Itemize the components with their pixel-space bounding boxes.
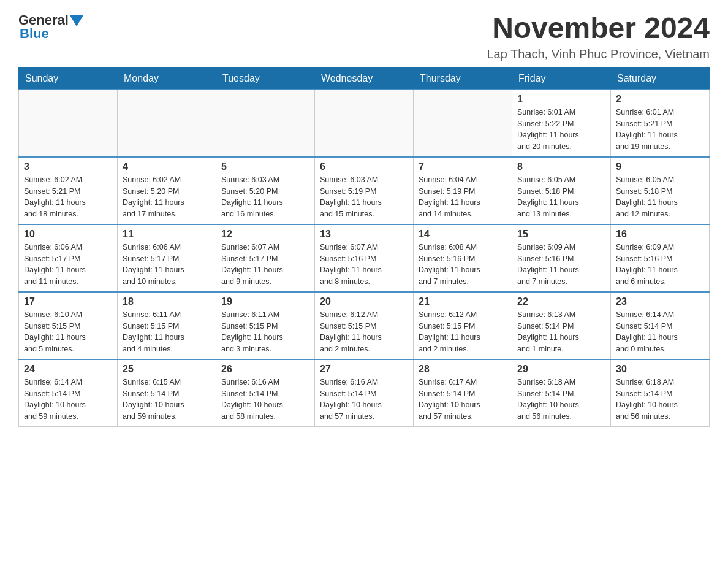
col-header-sunday: Sunday [19, 67, 118, 90]
calendar-cell: 6Sunrise: 6:03 AMSunset: 5:19 PMDaylight… [315, 157, 414, 224]
day-info: Sunrise: 6:18 AMSunset: 5:14 PMDaylight:… [616, 377, 704, 423]
calendar-cell: 12Sunrise: 6:07 AMSunset: 5:17 PMDayligh… [216, 224, 315, 292]
day-info: Sunrise: 6:17 AMSunset: 5:14 PMDaylight:… [419, 377, 507, 423]
col-header-friday: Friday [512, 67, 611, 90]
day-number: 28 [419, 364, 507, 375]
calendar-cell: 11Sunrise: 6:06 AMSunset: 5:17 PMDayligh… [118, 224, 216, 292]
day-number: 21 [419, 296, 507, 307]
calendar-cell: 5Sunrise: 6:03 AMSunset: 5:20 PMDaylight… [216, 157, 315, 224]
logo-blue: Blue [20, 26, 49, 42]
day-info: Sunrise: 6:10 AMSunset: 5:15 PMDaylight:… [24, 309, 112, 355]
day-info: Sunrise: 6:01 AMSunset: 5:22 PMDaylight:… [517, 107, 605, 153]
day-info: Sunrise: 6:08 AMSunset: 5:16 PMDaylight:… [419, 242, 507, 288]
day-info: Sunrise: 6:06 AMSunset: 5:17 PMDaylight:… [24, 242, 112, 288]
week-row: 24Sunrise: 6:14 AMSunset: 5:14 PMDayligh… [19, 359, 710, 427]
day-info: Sunrise: 6:09 AMSunset: 5:16 PMDaylight:… [616, 242, 704, 288]
calendar-cell: 13Sunrise: 6:07 AMSunset: 5:16 PMDayligh… [315, 224, 414, 292]
day-number: 4 [123, 161, 211, 172]
day-number: 12 [221, 229, 309, 240]
day-number: 19 [221, 296, 309, 307]
col-header-thursday: Thursday [414, 67, 512, 90]
day-number: 11 [123, 229, 211, 240]
day-info: Sunrise: 6:09 AMSunset: 5:16 PMDaylight:… [517, 242, 605, 288]
calendar-cell: 20Sunrise: 6:12 AMSunset: 5:15 PMDayligh… [315, 292, 414, 359]
day-info: Sunrise: 6:16 AMSunset: 5:14 PMDaylight:… [221, 377, 309, 423]
calendar-cell: 3Sunrise: 6:02 AMSunset: 5:21 PMDaylight… [19, 157, 118, 224]
title-area: November 2024 Lap Thach, Vinh Phuc Provi… [487, 12, 710, 61]
calendar-cell: 30Sunrise: 6:18 AMSunset: 5:14 PMDayligh… [611, 359, 710, 427]
day-number: 14 [419, 229, 507, 240]
col-header-monday: Monday [118, 67, 216, 90]
calendar-cell: 14Sunrise: 6:08 AMSunset: 5:16 PMDayligh… [414, 224, 512, 292]
week-row: 17Sunrise: 6:10 AMSunset: 5:15 PMDayligh… [19, 292, 710, 359]
day-number: 6 [320, 161, 408, 172]
day-info: Sunrise: 6:03 AMSunset: 5:20 PMDaylight:… [221, 174, 309, 220]
calendar-cell: 16Sunrise: 6:09 AMSunset: 5:16 PMDayligh… [611, 224, 710, 292]
calendar-cell: 18Sunrise: 6:11 AMSunset: 5:15 PMDayligh… [118, 292, 216, 359]
col-header-tuesday: Tuesday [216, 67, 315, 90]
day-number: 26 [221, 364, 309, 375]
day-info: Sunrise: 6:14 AMSunset: 5:14 PMDaylight:… [616, 309, 704, 355]
day-info: Sunrise: 6:12 AMSunset: 5:15 PMDaylight:… [419, 309, 507, 355]
calendar-cell: 8Sunrise: 6:05 AMSunset: 5:18 PMDaylight… [512, 157, 611, 224]
header: General Blue November 2024 Lap Thach, Vi… [18, 12, 710, 61]
day-number: 16 [616, 229, 704, 240]
svg-marker-0 [70, 15, 83, 26]
calendar-cell: 9Sunrise: 6:05 AMSunset: 5:18 PMDaylight… [611, 157, 710, 224]
day-info: Sunrise: 6:02 AMSunset: 5:21 PMDaylight:… [24, 174, 112, 220]
day-number: 1 [517, 94, 605, 105]
day-info: Sunrise: 6:01 AMSunset: 5:21 PMDaylight:… [616, 107, 704, 153]
calendar-cell: 25Sunrise: 6:15 AMSunset: 5:14 PMDayligh… [118, 359, 216, 427]
logo: General Blue [18, 12, 83, 42]
day-number: 3 [24, 161, 112, 172]
calendar-cell: 7Sunrise: 6:04 AMSunset: 5:19 PMDaylight… [414, 157, 512, 224]
day-info: Sunrise: 6:15 AMSunset: 5:14 PMDaylight:… [123, 377, 211, 423]
day-number: 9 [616, 161, 704, 172]
calendar-cell: 29Sunrise: 6:18 AMSunset: 5:14 PMDayligh… [512, 359, 611, 427]
day-number: 5 [221, 161, 309, 172]
calendar-cell: 19Sunrise: 6:11 AMSunset: 5:15 PMDayligh… [216, 292, 315, 359]
calendar-cell: 2Sunrise: 6:01 AMSunset: 5:21 PMDaylight… [611, 90, 710, 157]
day-number: 29 [517, 364, 605, 375]
day-number: 15 [517, 229, 605, 240]
week-row: 1Sunrise: 6:01 AMSunset: 5:22 PMDaylight… [19, 90, 710, 157]
calendar-cell [118, 90, 216, 157]
calendar-cell [216, 90, 315, 157]
week-row: 10Sunrise: 6:06 AMSunset: 5:17 PMDayligh… [19, 224, 710, 292]
day-info: Sunrise: 6:05 AMSunset: 5:18 PMDaylight:… [517, 174, 605, 220]
day-info: Sunrise: 6:03 AMSunset: 5:19 PMDaylight:… [320, 174, 408, 220]
day-info: Sunrise: 6:07 AMSunset: 5:16 PMDaylight:… [320, 242, 408, 288]
calendar-cell: 4Sunrise: 6:02 AMSunset: 5:20 PMDaylight… [118, 157, 216, 224]
day-info: Sunrise: 6:18 AMSunset: 5:14 PMDaylight:… [517, 377, 605, 423]
location-subtitle: Lap Thach, Vinh Phuc Province, Vietnam [487, 47, 710, 61]
day-info: Sunrise: 6:05 AMSunset: 5:18 PMDaylight:… [616, 174, 704, 220]
day-number: 30 [616, 364, 704, 375]
calendar-cell: 15Sunrise: 6:09 AMSunset: 5:16 PMDayligh… [512, 224, 611, 292]
day-info: Sunrise: 6:11 AMSunset: 5:15 PMDaylight:… [123, 309, 211, 355]
day-number: 25 [123, 364, 211, 375]
col-header-wednesday: Wednesday [315, 67, 414, 90]
month-title: November 2024 [487, 12, 710, 45]
day-number: 7 [419, 161, 507, 172]
day-info: Sunrise: 6:16 AMSunset: 5:14 PMDaylight:… [320, 377, 408, 423]
calendar-table: SundayMondayTuesdayWednesdayThursdayFrid… [18, 67, 710, 427]
logo-triangle-icon [70, 15, 83, 26]
calendar-cell: 28Sunrise: 6:17 AMSunset: 5:14 PMDayligh… [414, 359, 512, 427]
day-info: Sunrise: 6:13 AMSunset: 5:14 PMDaylight:… [517, 309, 605, 355]
day-number: 24 [24, 364, 112, 375]
calendar-cell: 26Sunrise: 6:16 AMSunset: 5:14 PMDayligh… [216, 359, 315, 427]
day-number: 20 [320, 296, 408, 307]
day-info: Sunrise: 6:07 AMSunset: 5:17 PMDaylight:… [221, 242, 309, 288]
calendar-cell: 22Sunrise: 6:13 AMSunset: 5:14 PMDayligh… [512, 292, 611, 359]
day-number: 22 [517, 296, 605, 307]
day-info: Sunrise: 6:11 AMSunset: 5:15 PMDaylight:… [221, 309, 309, 355]
calendar-cell [19, 90, 118, 157]
calendar-cell: 1Sunrise: 6:01 AMSunset: 5:22 PMDaylight… [512, 90, 611, 157]
calendar-cell: 21Sunrise: 6:12 AMSunset: 5:15 PMDayligh… [414, 292, 512, 359]
calendar-cell: 27Sunrise: 6:16 AMSunset: 5:14 PMDayligh… [315, 359, 414, 427]
day-info: Sunrise: 6:06 AMSunset: 5:17 PMDaylight:… [123, 242, 211, 288]
calendar-cell [414, 90, 512, 157]
day-number: 23 [616, 296, 704, 307]
day-info: Sunrise: 6:12 AMSunset: 5:15 PMDaylight:… [320, 309, 408, 355]
calendar-cell: 17Sunrise: 6:10 AMSunset: 5:15 PMDayligh… [19, 292, 118, 359]
